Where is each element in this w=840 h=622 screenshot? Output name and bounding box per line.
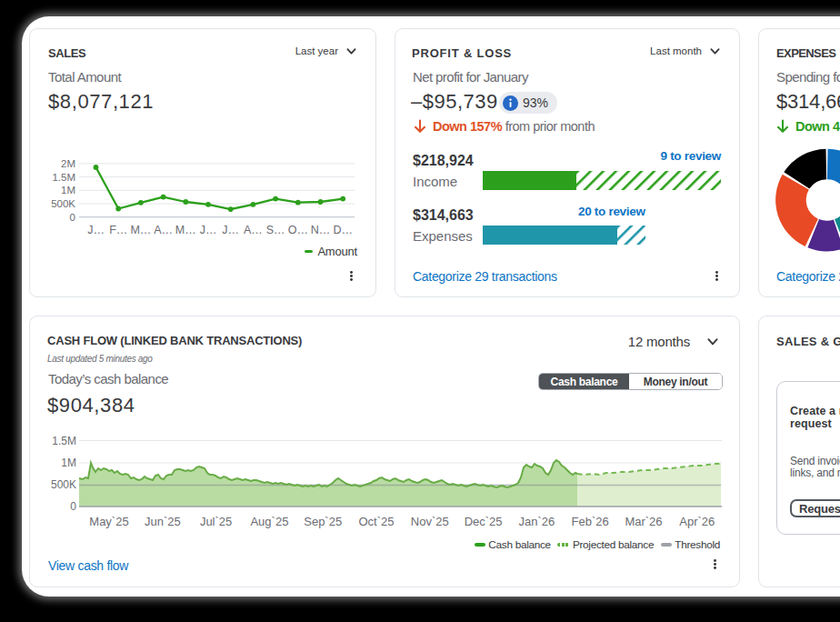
svg-text:1M: 1M bbox=[61, 185, 75, 196]
svg-text:0: 0 bbox=[70, 212, 75, 223]
svg-text:J…: J… bbox=[222, 224, 239, 236]
svg-text:Aug`25: Aug`25 bbox=[250, 515, 288, 528]
svg-text:S…: S… bbox=[266, 224, 285, 236]
svg-text:N…: N… bbox=[311, 224, 331, 236]
svg-text:Dec`25: Dec`25 bbox=[465, 515, 503, 528]
svg-text:Jul`25: Jul`25 bbox=[200, 515, 232, 528]
svg-text:A…: A… bbox=[244, 224, 263, 236]
svg-text:Jan`26: Jan`26 bbox=[519, 515, 555, 528]
svg-text:D…: D… bbox=[333, 224, 353, 236]
svg-text:Oct`25: Oct`25 bbox=[358, 515, 394, 528]
svg-text:0: 0 bbox=[70, 500, 76, 513]
svg-text:1.5M: 1.5M bbox=[52, 172, 75, 183]
svg-text:M…: M… bbox=[130, 224, 151, 236]
svg-text:O…: O… bbox=[288, 224, 308, 236]
svg-text:M…: M… bbox=[175, 224, 196, 236]
svg-text:500K: 500K bbox=[51, 198, 75, 209]
svg-text:May`25: May`25 bbox=[89, 515, 128, 528]
svg-text:500K: 500K bbox=[51, 478, 76, 491]
svg-text:Nov`25: Nov`25 bbox=[411, 515, 449, 528]
svg-text:Sep`25: Sep`25 bbox=[304, 515, 342, 528]
svg-text:J…: J… bbox=[87, 224, 105, 236]
svg-text:2M: 2M bbox=[61, 158, 75, 169]
svg-text:F…: F… bbox=[109, 224, 127, 236]
svg-text:Feb`26: Feb`26 bbox=[572, 515, 609, 528]
svg-text:Mar`26: Mar`26 bbox=[625, 515, 662, 528]
svg-text:Apr`26: Apr`26 bbox=[679, 515, 715, 528]
svg-text:A…: A… bbox=[154, 224, 173, 236]
svg-text:1M: 1M bbox=[61, 456, 76, 469]
svg-text:1.5M: 1.5M bbox=[52, 435, 76, 447]
svg-text:Jun`25: Jun`25 bbox=[145, 515, 181, 528]
svg-text:J…: J… bbox=[200, 224, 217, 236]
